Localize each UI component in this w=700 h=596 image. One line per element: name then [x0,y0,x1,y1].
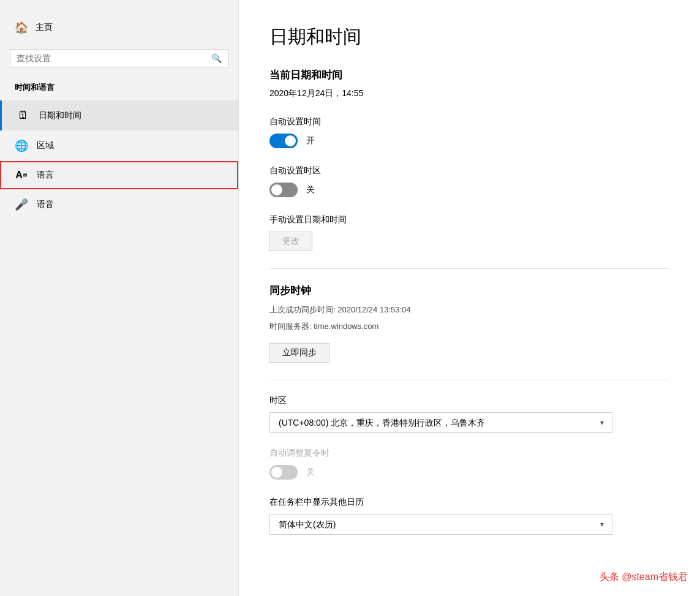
sidebar-item-region[interactable]: 🌐 区域 [0,130,238,161]
daylight-toggle[interactable] [269,465,298,480]
auto-timezone-toggle[interactable] [269,183,298,197]
sync-block: 同步时钟 上次成功同步时间: 2020/12/24 13:53:04 时间服务器… [269,284,669,363]
sidebar-search-box: 🔍 [10,49,228,67]
timezone-select[interactable]: (UTC+08:00) 北京，重庆，香港特别行政区，乌鲁木齐 [269,412,612,433]
auto-timezone-block: 自动设置时区 关 [269,165,669,197]
daylight-block: 自动调整夏令时 关 [269,448,669,480]
auto-timezone-label: 自动设置时区 [269,165,669,176]
sidebar-item-home[interactable]: 🏠 主页 [0,12,238,43]
sync-section-title: 同步时钟 [269,284,669,298]
current-datetime: 2020年12月24日，14:55 [269,88,669,99]
auto-timezone-state: 关 [306,184,315,195]
calendar-label: 在任务栏中显示其他日历 [269,497,669,508]
timezone-select-wrapper: (UTC+08:00) 北京，重庆，香港特别行政区，乌鲁木齐 ▾ [269,412,612,433]
current-section-title: 当前日期和时间 [269,68,669,82]
page-title: 日期和时间 [269,25,669,50]
divider-1 [269,268,669,269]
sidebar-item-datetime-label: 日期和时间 [39,110,81,121]
sync-now-button[interactable]: 立即同步 [269,343,329,363]
sidebar-item-speech[interactable]: 🎤 语音 [0,189,238,220]
calendar-block: 在任务栏中显示其他日历 简体中文(农历) ▾ [269,497,669,535]
auto-time-toggle-row: 开 [269,134,669,148]
sidebar-item-region-label: 区域 [37,140,54,151]
auto-timezone-toggle-knob [271,184,282,195]
timezone-section: 时区 (UTC+08:00) 北京，重庆，香港特别行政区，乌鲁木齐 ▾ [269,395,669,433]
sidebar-home-label: 主页 [36,22,53,33]
sync-server: 时间服务器: time.windows.com [269,320,669,333]
auto-time-state: 开 [306,135,315,146]
daylight-state: 关 [306,467,315,478]
search-input[interactable] [17,53,206,63]
datetime-icon: 🗓 [17,109,30,122]
language-icon: A≋ [15,170,28,181]
auto-time-toggle[interactable] [269,134,298,148]
manual-datetime-label: 手动设置日期和时间 [269,214,669,225]
sidebar-item-speech-label: 语音 [37,199,54,210]
manual-datetime-block: 手动设置日期和时间 更改 [269,214,669,251]
auto-time-block: 自动设置时间 开 [269,116,669,148]
change-button[interactable]: 更改 [269,232,312,251]
sidebar-section-title: 时间和语言 [0,78,238,100]
daylight-toggle-knob [271,467,282,478]
divider-2 [269,380,669,380]
daylight-toggle-row: 关 [269,465,669,480]
auto-time-toggle-knob [285,135,296,146]
calendar-select-wrapper: 简体中文(农历) ▾ [269,514,612,535]
sync-last-time: 上次成功同步时间: 2020/12/24 13:53:04 [269,304,669,317]
region-icon: 🌐 [15,139,28,153]
sidebar-item-language-label: 语言 [37,170,54,181]
sidebar: 🏠 主页 🔍 时间和语言 🗓 日期和时间 🌐 区域 A≋ 语言 🎤 语音 [0,0,239,596]
sidebar-item-language[interactable]: A≋ 语言 [0,161,238,189]
auto-time-label: 自动设置时间 [269,116,669,127]
timezone-label: 时区 [269,395,669,406]
calendar-select[interactable]: 简体中文(农历) [269,514,612,535]
home-icon: 🏠 [15,21,28,34]
main-content: 日期和时间 当前日期和时间 2020年12月24日，14:55 自动设置时间 开… [239,0,700,596]
search-icon: 🔍 [211,53,222,63]
sidebar-item-datetime[interactable]: 🗓 日期和时间 [0,100,238,130]
speech-icon: 🎤 [15,198,28,211]
auto-timezone-toggle-row: 关 [269,183,669,197]
daylight-label: 自动调整夏令时 [269,448,669,459]
